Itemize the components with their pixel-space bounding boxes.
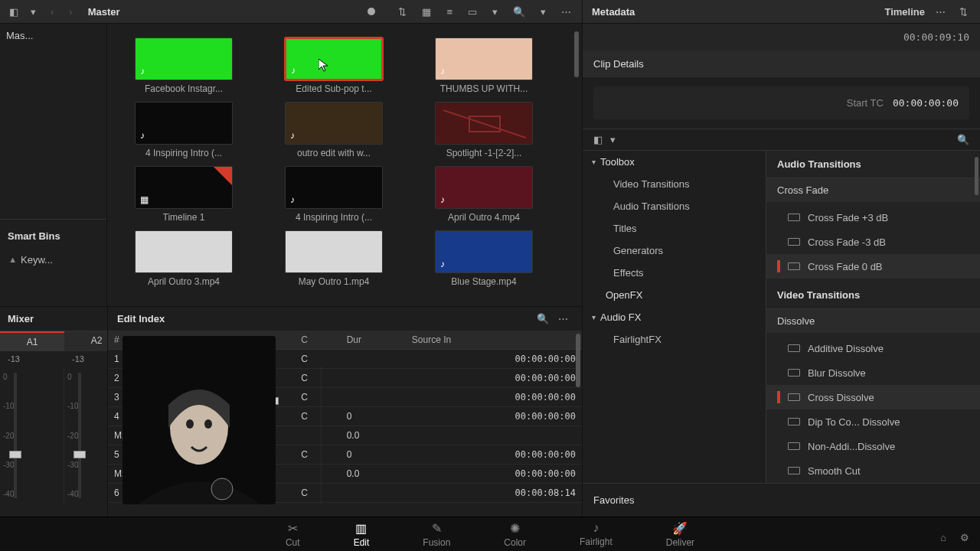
media-clip[interactable]: ♪THUMBS UP WITH...	[423, 37, 545, 94]
tree-fairlightfx[interactable]: FairlightFX	[583, 328, 766, 350]
media-clip[interactable]: May Outro 1.mp4	[273, 230, 395, 287]
keywords-item[interactable]: ▸ Keyw...	[0, 249, 106, 270]
tree-video-transitions[interactable]: Video Transitions	[583, 173, 766, 195]
clip-badge-icon: ▦	[140, 194, 149, 205]
edit-index-search-icon[interactable]: 🔍	[532, 313, 554, 324]
video-transitions-section: Video Transitions	[766, 282, 980, 309]
tree-titles[interactable]: Titles	[583, 217, 766, 240]
timeline-label[interactable]: Timeline	[884, 6, 925, 18]
search-icon[interactable]: 🔍	[508, 3, 530, 21]
transition-icon	[788, 418, 800, 425]
chevron-down-icon: ▾	[592, 158, 596, 166]
tree-audio-transitions[interactable]: Audio Transitions	[583, 195, 766, 217]
table-header[interactable]: Source In	[406, 331, 582, 350]
color-page-icon: ✺	[510, 521, 520, 536]
effects-search-icon[interactable]: 🔍	[957, 134, 969, 145]
effect-item[interactable]: Cross Fade +3 dB	[766, 205, 980, 230]
panel-icon[interactable]: ◧	[593, 134, 603, 145]
fusion-page-icon: ✎	[432, 521, 442, 536]
media-toolbar: ◧ ▾ ‹ › Master ⇅ ▦ ≡ ▭ ▾ 🔍 ▾ ⋯	[0, 0, 582, 24]
clip-name: Facebook Instagr...	[145, 83, 223, 94]
clip-name: April Outro 3.mp4	[148, 276, 220, 287]
edit-page-icon: ▥	[355, 521, 367, 536]
openfx-group[interactable]: OpenFX	[583, 284, 766, 306]
dissolve-group: Dissolve	[766, 309, 980, 333]
effects-toolbar: ◧ ▾ 🔍	[583, 129, 980, 151]
media-clip[interactable]: ♪4 Inspiring Intro (...	[122, 102, 245, 158]
metadata-more-icon[interactable]: ⋯	[933, 6, 949, 18]
svg-point-6	[211, 478, 233, 500]
strip-dropdown-icon[interactable]: ▾	[488, 3, 502, 21]
panel-toggle-icon[interactable]: ◧	[6, 3, 20, 21]
effect-item[interactable]: Blur Dissolve	[766, 360, 980, 385]
search-dropdown-icon[interactable]: ▾	[536, 3, 550, 21]
thumbnail-size-slider[interactable]	[368, 8, 375, 15]
audiofx-group[interactable]: ▾Audio FX	[583, 306, 766, 328]
bin-root[interactable]: Mas...	[0, 24, 106, 47]
effects-scrollbar[interactable]	[975, 157, 978, 195]
media-clip[interactable]: ♪Edited Sub-pop t...	[273, 37, 395, 94]
home-icon[interactable]: ⌂	[940, 532, 946, 543]
page-color[interactable]: ✺Color	[496, 520, 534, 549]
panel-dropdown-icon[interactable]: ▾	[610, 134, 616, 145]
clip-badge-icon: ♪	[290, 194, 295, 205]
media-clip[interactable]: ♪4 Inspiring Intro (...	[273, 166, 395, 223]
clip-badge-icon: ♪	[440, 259, 445, 269]
transition-icon	[788, 238, 800, 246]
back-arrow-icon: ‹	[46, 6, 58, 18]
toolbox-group[interactable]: ▾Toolbox	[583, 151, 766, 173]
effect-item[interactable]: Dip To Co... Dissolve	[766, 409, 980, 434]
media-clip[interactable]: ▦Timeline 1	[122, 166, 245, 223]
clip-badge-icon: ♪	[290, 130, 295, 141]
page-deliver[interactable]: 🚀Deliver	[658, 520, 702, 549]
bin-title: Master	[88, 6, 120, 18]
mixer-fader[interactable]: 0-10-20-30-40	[0, 367, 64, 504]
edit-index-scrollbar[interactable]	[576, 334, 580, 387]
effect-item[interactable]: Cross Fade 0 dB	[766, 254, 980, 279]
table-header[interactable]: Dur	[341, 331, 406, 350]
effect-item[interactable]: Smooth Cut	[766, 458, 980, 483]
list-view-icon[interactable]: ≡	[442, 3, 457, 21]
media-clip[interactable]: Spotlight -1-[2-2]...	[423, 102, 545, 158]
edit-index-title: Edit Index	[117, 313, 165, 324]
effect-item[interactable]: Cross Fade -3 dB	[766, 230, 980, 254]
more-icon[interactable]: ⋯	[557, 3, 576, 21]
metadata-sort-icon[interactable]: ⇅	[956, 6, 971, 18]
tree-generators[interactable]: Generators	[583, 240, 766, 262]
clip-badge-icon: ♪	[140, 130, 145, 141]
effect-item[interactable]: Additive Dissolve	[766, 336, 980, 360]
clip-badge-icon: ♪	[140, 66, 145, 77]
audio-transitions-section: Audio Transitions	[766, 151, 980, 178]
transition-icon	[788, 369, 800, 377]
favorites-header: Favorites	[583, 483, 980, 517]
page-cut[interactable]: ✂Cut	[278, 520, 308, 549]
transition-icon	[788, 262, 800, 270]
grid-view-icon[interactable]: ▦	[417, 3, 436, 21]
media-clip[interactable]: April Outro 3.mp4	[122, 230, 245, 287]
strip-view-icon[interactable]: ▭	[463, 3, 482, 21]
tree-effects[interactable]: Effects	[583, 262, 766, 284]
page-fusion[interactable]: ✎Fusion	[415, 520, 458, 549]
media-clip[interactable]: ♪Blue Stage.mp4	[423, 230, 545, 287]
media-clip[interactable]: ♪April Outro 4.mp4	[423, 166, 545, 223]
start-tc-value[interactable]: 00:00:00:00	[893, 97, 959, 109]
page-fairlight[interactable]: ♪Fairlight	[572, 520, 620, 549]
metadata-header: 00:00:09:10	[583, 24, 980, 51]
clip-details-header: Clip Details	[583, 51, 980, 77]
sort-icon[interactable]: ⇅	[394, 3, 411, 21]
edit-index-more-icon[interactable]: ⋯	[554, 313, 573, 324]
clip-name: 4 Inspiring Intro (...	[296, 212, 372, 223]
mixer-track-header[interactable]: A1	[0, 331, 64, 351]
media-clip[interactable]: ♪Facebook Instagr...	[122, 37, 245, 94]
media-clip[interactable]: ♪outro edit with w...	[273, 102, 395, 158]
table-header[interactable]: C	[295, 331, 340, 350]
transition-icon	[788, 442, 800, 450]
settings-icon[interactable]: ⚙	[960, 532, 969, 543]
webcam-overlay	[122, 336, 276, 504]
effect-item[interactable]: Cross Dissolve	[766, 385, 980, 409]
media-scrollbar[interactable]	[574, 31, 579, 77]
panel-dropdown-icon[interactable]: ▾	[26, 3, 40, 21]
page-edit[interactable]: ▥Edit	[346, 520, 377, 549]
chevron-right-icon: ▸	[6, 257, 18, 262]
effect-item[interactable]: Non-Addi...Dissolve	[766, 434, 980, 458]
